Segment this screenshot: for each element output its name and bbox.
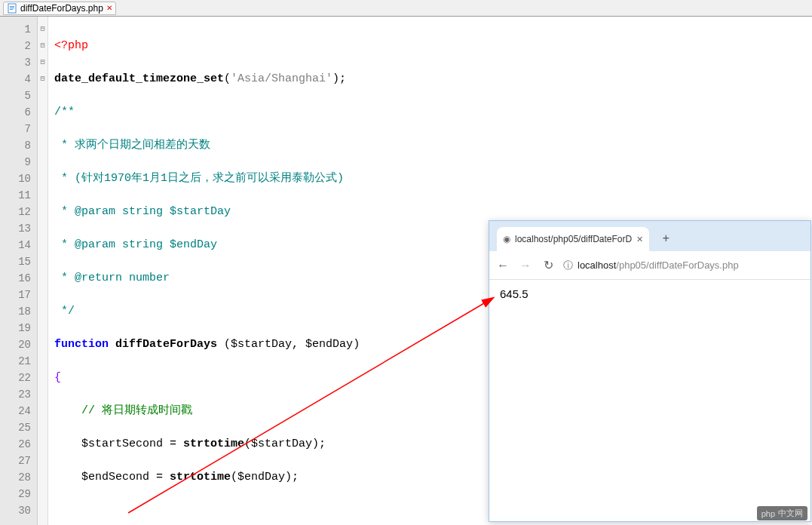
line-number: 14: [0, 237, 31, 253]
page-output: 645.5: [500, 287, 529, 300]
address-bar[interactable]: ⓘ localhost/php05/diffDateForDays.php: [563, 259, 804, 272]
line-number: 21: [0, 353, 31, 370]
globe-icon: ◉: [503, 234, 510, 244]
line-number: 26: [0, 436, 31, 453]
fold-marker[interactable]: ⊟: [38, 71, 47, 88]
line-number: 7: [0, 121, 31, 137]
line-number: 23: [0, 386, 31, 403]
line-number: 6: [0, 104, 31, 121]
fold-marker[interactable]: ⊟: [38, 54, 47, 71]
file-tab[interactable]: diffDateForDays.php ✕: [3, 2, 116, 15]
line-number: 25: [0, 419, 31, 436]
new-tab-button[interactable]: +: [655, 229, 676, 250]
info-icon[interactable]: ⓘ: [563, 259, 573, 272]
line-number: 8: [0, 137, 31, 154]
line-number: 9: [0, 154, 31, 170]
fold-marker[interactable]: ⊟: [38, 38, 47, 54]
browser-toolbar: ← → ↻ ⓘ localhost/php05/diffDateForDays.…: [489, 251, 810, 280]
fold-column: ⊟⊟⊟⊟: [38, 17, 48, 525]
back-button[interactable]: ←: [495, 259, 510, 272]
line-number: 3: [0, 54, 31, 71]
line-number: 19: [0, 320, 31, 336]
line-number: 22: [0, 370, 31, 386]
file-icon: [7, 3, 17, 14]
svg-rect-3: [10, 9, 13, 10]
line-gutter: 1234567891011121314151617181920212223242…: [0, 17, 38, 525]
fn-call: date_default_timezone_set: [54, 72, 224, 85]
url-host: localhost: [578, 259, 616, 271]
watermark-prefix: php: [761, 509, 775, 518]
line-number: 17: [0, 287, 31, 303]
line-number: 5: [0, 88, 31, 104]
line-number: 2: [0, 38, 31, 54]
line-number: 1: [0, 21, 31, 38]
reload-button[interactable]: ↻: [541, 258, 556, 272]
line-number: 28: [0, 469, 31, 486]
line-number: 11: [0, 187, 31, 204]
svg-rect-1: [10, 6, 14, 7]
line-number: 13: [0, 220, 31, 237]
line-number: 30: [0, 502, 31, 519]
browser-tab-title: localhost/php05/diffDateForD: [515, 234, 632, 244]
line-number: 10: [0, 170, 31, 187]
line-number: 24: [0, 403, 31, 419]
editor-tabs: diffDateForDays.php ✕: [0, 0, 812, 17]
close-icon[interactable]: ✕: [106, 4, 112, 12]
line-number: 29: [0, 486, 31, 502]
line-number: 18: [0, 303, 31, 320]
plus-icon: +: [662, 232, 670, 246]
php-open-tag: <?php: [54, 39, 88, 52]
browser-tabstrip: ◉ localhost/php05/diffDateForD ✕ +: [489, 221, 810, 251]
browser-window: ◉ localhost/php05/diffDateForD ✕ + ← → ↻…: [489, 220, 811, 522]
line-number: 12: [0, 204, 31, 220]
line-number: 15: [0, 253, 31, 270]
line-number: 27: [0, 453, 31, 469]
forward-button[interactable]: →: [518, 259, 533, 272]
file-tab-label: diffDateForDays.php: [20, 3, 103, 14]
url-path: /php05/diffDateForDays.php: [616, 259, 738, 271]
line-number: 4: [0, 71, 31, 88]
close-icon[interactable]: ✕: [636, 235, 643, 244]
browser-viewport: 645.5: [489, 280, 810, 308]
svg-rect-2: [10, 8, 14, 8]
browser-tab[interactable]: ◉ localhost/php05/diffDateForD ✕: [497, 227, 649, 251]
fold-marker[interactable]: ⊟: [38, 21, 47, 38]
watermark: php 中文网: [757, 506, 807, 520]
line-number: 20: [0, 336, 31, 353]
watermark-text: 中文网: [778, 508, 803, 519]
line-number: 16: [0, 270, 31, 287]
